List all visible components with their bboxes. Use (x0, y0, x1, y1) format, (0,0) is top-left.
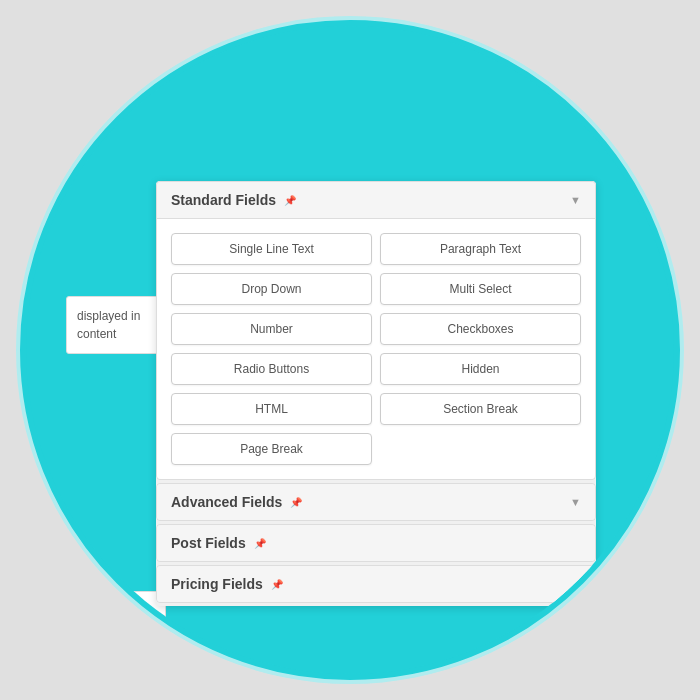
post-fields-header-row: Post Fields 📌 (171, 535, 266, 551)
advanced-chevron-icon: ▼ (570, 496, 581, 508)
standard-fields-header[interactable]: Standard Fields 📌 ▼ (157, 182, 595, 218)
pin-icon: 📌 (284, 195, 296, 206)
pricing-fields-header-row: Pricing Fields 📌 (171, 576, 283, 592)
pricing-fields-section: Pricing Fields 📌 (156, 565, 596, 603)
number-button[interactable]: Number (171, 313, 372, 345)
advanced-fields-header-row: Advanced Fields 📌 (171, 494, 302, 510)
pricing-pin-icon: 📌 (271, 579, 283, 590)
chevron-down-icon: ▼ (570, 194, 581, 206)
pricing-fields-header[interactable]: Pricing Fields 📌 (157, 566, 595, 602)
multi-select-button[interactable]: Multi Select (380, 273, 581, 305)
left-panel-text: displayed in content (77, 309, 140, 341)
paragraph-text-button[interactable]: Paragraph Text (380, 233, 581, 265)
standard-fields-body: Single Line Text Paragraph Text Drop Dow… (157, 218, 595, 479)
advanced-fields-section: Advanced Fields 📌 ▼ (156, 483, 596, 521)
advanced-pin-icon: 📌 (290, 497, 302, 508)
post-fields-title: Post Fields (171, 535, 246, 551)
post-fields-section: Post Fields 📌 (156, 524, 596, 562)
left-panel: displayed in content (66, 296, 166, 354)
advanced-fields-title: Advanced Fields (171, 494, 282, 510)
drop-down-button[interactable]: Drop Down (171, 273, 372, 305)
post-fields-header[interactable]: Post Fields 📌 (157, 525, 595, 561)
section-break-button[interactable]: Section Break (380, 393, 581, 425)
advanced-fields-header[interactable]: Advanced Fields 📌 ▼ (157, 484, 595, 520)
panel-container: Standard Fields 📌 ▼ Single Line Text Par… (156, 181, 596, 606)
left-panel-bottom (66, 591, 166, 621)
circle-background: displayed in content Standard Fields 📌 ▼… (20, 20, 680, 680)
standard-fields-section: Standard Fields 📌 ▼ Single Line Text Par… (156, 181, 596, 480)
pricing-fields-title: Pricing Fields (171, 576, 263, 592)
standard-fields-title: Standard Fields (171, 192, 276, 208)
html-button[interactable]: HTML (171, 393, 372, 425)
radio-buttons-button[interactable]: Radio Buttons (171, 353, 372, 385)
standard-fields-grid: Single Line Text Paragraph Text Drop Dow… (171, 233, 581, 465)
standard-fields-header-row: Standard Fields 📌 (171, 192, 296, 208)
hidden-button[interactable]: Hidden (380, 353, 581, 385)
checkboxes-button[interactable]: Checkboxes (380, 313, 581, 345)
single-line-text-button[interactable]: Single Line Text (171, 233, 372, 265)
page-break-button[interactable]: Page Break (171, 433, 372, 465)
post-pin-icon: 📌 (254, 538, 266, 549)
